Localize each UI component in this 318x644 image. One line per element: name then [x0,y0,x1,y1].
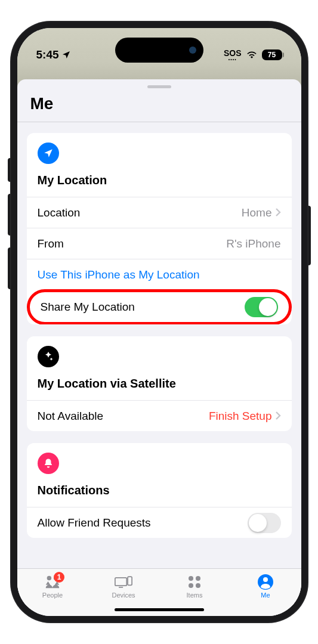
svg-rect-1 [128,577,132,585]
tab-items[interactable]: Items [171,574,218,599]
satellite-heading: My Location via Satellite [27,371,292,400]
my-location-card: My Location Location Home From [27,133,292,324]
tab-people-label: People [42,592,63,599]
use-this-iphone-link: Use This iPhone as My Location [38,268,200,281]
me-sheet: Me My Location Location [17,79,301,616]
location-icon [38,143,59,164]
dynamic-island [115,38,203,63]
svg-point-8 [263,577,268,582]
phone-frame: 5:45 SOS •••• 75 Me [10,21,308,623]
tab-me-label: Me [261,592,270,599]
tab-devices[interactable]: Devices [100,574,147,599]
battery-indicator: 75 [262,49,282,60]
me-icon [257,574,274,590]
allow-friend-requests-row[interactable]: Allow Friend Requests [27,507,292,538]
satellite-status-row[interactable]: Not Available Finish Setup [27,400,292,431]
use-this-iphone-row[interactable]: Use This iPhone as My Location [27,259,292,290]
location-arrow-icon [61,50,71,60]
status-time: 5:45 [36,48,59,61]
from-label: From [38,237,64,250]
location-row[interactable]: Location Home [27,197,292,228]
svg-rect-0 [115,578,126,586]
satellite-card: My Location via Satellite Not Available … [27,336,292,431]
people-badge: 1 [54,572,64,583]
status-sos: SOS •••• [224,49,242,61]
screen: 5:45 SOS •••• 75 Me [17,28,301,616]
chevron-right-icon [276,206,281,219]
tab-devices-label: Devices [112,592,135,599]
chevron-right-icon [276,410,281,423]
from-row[interactable]: From R's iPhone [27,228,292,259]
bell-icon [38,453,59,474]
svg-point-3 [189,576,193,581]
sheet-grabber[interactable] [147,85,171,88]
satellite-status-label: Not Available [38,410,104,423]
satellite-icon [38,346,59,367]
svg-point-4 [196,576,200,581]
notifications-heading: Notifications [27,478,292,507]
finish-setup-link: Finish Setup [209,410,272,423]
tab-me[interactable]: Me [242,574,289,599]
devices-icon [115,574,132,590]
allow-friend-requests-toggle[interactable] [248,513,281,533]
notifications-card: Notifications Allow Friend Requests [27,443,292,538]
wifi-icon [246,48,258,61]
my-location-heading: My Location [27,168,292,197]
page-title: Me [17,94,301,122]
share-my-location-label: Share My Location [41,301,135,314]
home-indicator[interactable] [115,608,204,611]
share-my-location-row[interactable]: Share My Location [27,289,292,324]
svg-point-5 [189,583,193,588]
items-icon [186,574,203,590]
location-value: Home [242,206,272,219]
svg-point-6 [196,583,200,588]
location-label: Location [38,206,81,219]
tab-people[interactable]: 1 People [29,574,76,599]
tab-items-label: Items [187,592,203,599]
from-value: R's iPhone [226,237,280,250]
allow-friend-requests-label: Allow Friend Requests [38,516,151,530]
share-my-location-toggle[interactable] [245,297,278,317]
